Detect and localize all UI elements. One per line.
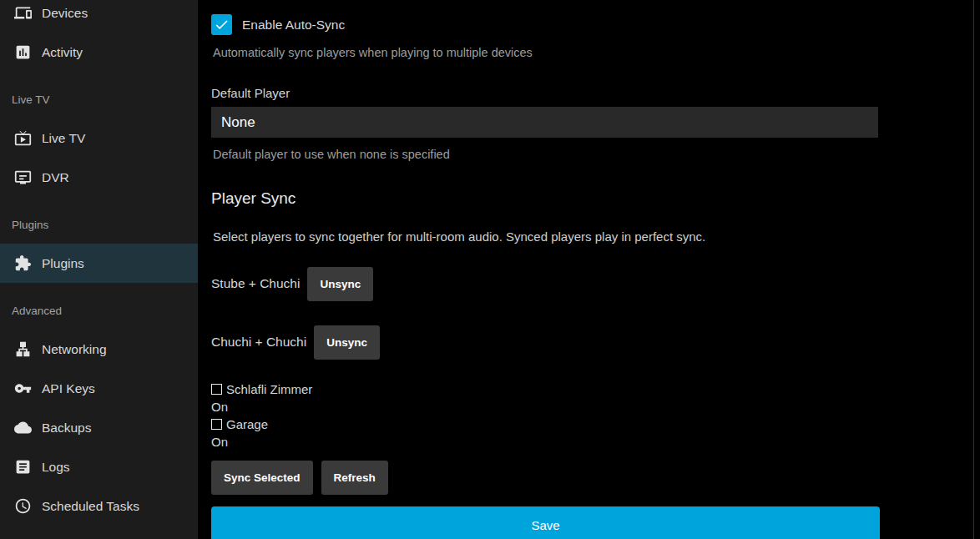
check-icon xyxy=(214,17,230,33)
sidebar-item-label: Backups xyxy=(42,421,91,436)
sidebar-item-logs[interactable]: Logs xyxy=(0,447,198,486)
sidebar-item-scheduled-tasks[interactable]: Scheduled Tasks xyxy=(0,486,198,526)
default-player-help: Default player to use when none is speci… xyxy=(211,148,879,161)
sidebar-item-label: API Keys xyxy=(42,381,95,396)
sidebar-item-networking[interactable]: Networking xyxy=(0,330,198,369)
sidebar-item-label: Plugins xyxy=(42,256,84,271)
sync-group-name: Chuchi + Chuchi xyxy=(211,335,306,350)
devices-icon xyxy=(13,3,33,23)
player-name: Schlafli Zimmer xyxy=(226,382,312,396)
auto-sync-label: Enable Auto-Sync xyxy=(242,18,345,33)
live-tv-icon xyxy=(13,128,33,149)
player-row: Schlafli Zimmer xyxy=(211,382,879,396)
save-button[interactable]: Save xyxy=(211,506,880,539)
main-content: Enable Auto-Sync Automatically sync play… xyxy=(198,0,980,539)
sidebar-item-backups[interactable]: Backups xyxy=(0,408,198,447)
backups-icon xyxy=(13,418,33,438)
activity-icon xyxy=(13,43,33,63)
sidebar-item-plugins[interactable]: Plugins xyxy=(0,244,198,283)
default-player-select[interactable]: None xyxy=(211,107,878,138)
sidebar-item-label: Logs xyxy=(42,460,70,475)
sidebar-item-api-keys[interactable]: API Keys xyxy=(0,369,198,408)
player-sync-title: Player Sync xyxy=(211,189,879,208)
sync-selected-button[interactable]: Sync Selected xyxy=(211,461,313,495)
auto-sync-checkbox[interactable] xyxy=(211,14,232,35)
plugins-icon xyxy=(13,254,33,274)
sidebar-item-label: Scheduled Tasks xyxy=(42,499,139,514)
player-checkbox[interactable] xyxy=(211,419,222,430)
player-row: Garage xyxy=(211,417,879,431)
refresh-button[interactable]: Refresh xyxy=(321,461,388,495)
dvr-icon xyxy=(13,168,33,188)
player-list: Schlafli Zimmer On Garage On xyxy=(211,382,879,449)
sidebar-item-label: Live TV xyxy=(42,131,85,146)
scrollbar[interactable] xyxy=(973,0,980,539)
default-player-label: Default Player xyxy=(211,86,879,100)
sidebar: Devices Activity Live TV Live TV DVR Plu… xyxy=(0,0,198,539)
sidebar-item-label: DVR xyxy=(42,170,69,185)
sync-group-name: Stube + Chuchi xyxy=(211,276,300,291)
sync-group-row: Chuchi + Chuchi Unsync xyxy=(211,324,879,360)
sidebar-section-live-tv: Live TV xyxy=(0,72,198,118)
player-checkbox[interactable] xyxy=(211,384,222,395)
player-status: On xyxy=(211,435,879,449)
sync-group-row: Stube + Chuchi Unsync xyxy=(211,265,879,302)
sidebar-item-label: Activity xyxy=(42,45,83,60)
networking-icon xyxy=(13,340,33,360)
sidebar-section-advanced: Advanced xyxy=(0,283,198,330)
scheduled-tasks-icon xyxy=(13,496,33,516)
auto-sync-help: Automatically sync players when playing … xyxy=(211,46,879,59)
sidebar-list: Devices Activity Live TV Live TV DVR Plu… xyxy=(0,0,198,526)
player-status: On xyxy=(211,400,879,414)
auto-sync-row: Enable Auto-Sync xyxy=(211,14,879,35)
sidebar-section-plugins: Plugins xyxy=(0,197,198,244)
action-row: Sync Selected Refresh xyxy=(211,461,879,495)
sidebar-item-label: Networking xyxy=(42,342,107,357)
api-keys-icon xyxy=(13,379,33,399)
sidebar-item-live-tv[interactable]: Live TV xyxy=(0,118,198,158)
sidebar-item-activity[interactable]: Activity xyxy=(0,33,198,72)
sidebar-item-label: Devices xyxy=(42,6,88,21)
unsync-button[interactable]: Unsync xyxy=(307,267,373,301)
player-name: Garage xyxy=(226,417,268,431)
unsync-button[interactable]: Unsync xyxy=(314,325,380,360)
player-sync-description: Select players to sync together for mult… xyxy=(211,229,879,244)
logs-icon xyxy=(13,457,33,477)
sidebar-item-devices[interactable]: Devices xyxy=(0,0,198,33)
sidebar-item-dvr[interactable]: DVR xyxy=(0,158,198,197)
